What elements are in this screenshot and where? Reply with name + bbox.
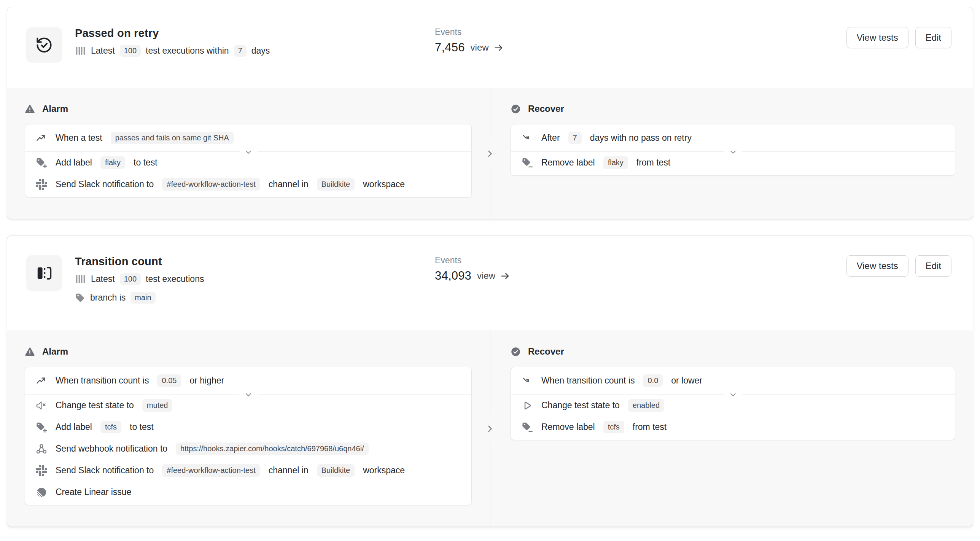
row-text: Send Slack notification to (56, 179, 154, 189)
view-tests-button[interactable]: View tests (846, 255, 908, 277)
row-text: When transition count is (56, 376, 149, 386)
recover-panel: Recover After 7 days with no pass on ret… (490, 88, 973, 219)
filter-badge-branch: main (130, 292, 155, 304)
recover-heading-label: Recover (528, 103, 564, 114)
workflow-title: Transition count (75, 255, 422, 268)
trend-down-icon (522, 132, 533, 144)
transition-icon (35, 264, 53, 282)
bars-icon (75, 274, 86, 285)
edit-button[interactable]: Edit (915, 27, 951, 48)
linear-icon (36, 487, 47, 498)
alarm-heading-label: Alarm (42, 103, 68, 114)
workflow-card-transition-count: Transition count Latest 100 test executi… (7, 235, 973, 527)
check-circle-icon (511, 347, 521, 357)
view-events-link[interactable]: view (477, 270, 510, 281)
card-body: Alarm When transition count is 0.05 or h… (7, 331, 973, 527)
row-text: Remove label (541, 158, 595, 168)
row-text: After (541, 133, 560, 143)
events-row: 7,456 view (435, 41, 504, 54)
row-text: or higher (189, 376, 224, 386)
workflow-icon-box (26, 27, 62, 63)
scope-badge-count: 100 (120, 45, 141, 57)
scope-text: test executions (146, 274, 204, 284)
alarm-action-box: When transition count is 0.05 or higher … (25, 367, 472, 505)
chevron-down-icon (724, 390, 742, 399)
chevron-right-icon (485, 148, 495, 159)
tag-plus-icon (36, 422, 47, 433)
row-divider (511, 394, 955, 395)
row-divider (25, 394, 471, 395)
recover-heading: Recover (511, 103, 955, 114)
row-badge: Buildkite (317, 178, 355, 191)
row-badge: muted (142, 399, 173, 412)
alarm-panel: Alarm When a test passes and fails on sa… (7, 88, 490, 219)
filter-text: branch is (90, 293, 126, 303)
card-header: Passed on retry Latest 100 test executio… (7, 7, 973, 88)
tag-icon (75, 293, 85, 303)
row-badge: 0.0 (643, 374, 663, 387)
card-header: Transition count Latest 100 test executi… (7, 235, 973, 331)
row-text: to test (134, 158, 158, 168)
recover-heading-label: Recover (528, 346, 564, 357)
row-badge: #feed-workflow-action-test (162, 464, 260, 477)
row-text: days with no pass on retry (590, 133, 692, 143)
view-tests-button[interactable]: View tests (846, 27, 908, 48)
webhook-icon (36, 443, 47, 455)
row-badge: passes and fails on same git SHA (111, 132, 234, 144)
alarm-heading-label: Alarm (42, 346, 68, 357)
row-text: workspace (363, 179, 405, 189)
action-row: Send webhook notification to https://hoo… (25, 438, 471, 460)
events-count: 7,456 (435, 41, 465, 54)
action-row: Send Slack notification to #feed-workflo… (25, 173, 471, 195)
workflow-title: Passed on retry (75, 27, 422, 40)
workflows-page: Passed on retry Latest 100 test executio… (0, 0, 980, 534)
arrow-right-icon (500, 271, 510, 281)
recover-panel: Recover When transition count is 0.0 or … (490, 331, 973, 527)
events-label: Events (435, 27, 504, 37)
row-badge: 0.05 (157, 374, 181, 387)
title-block: Passed on retry Latest 100 test executio… (75, 27, 422, 57)
workflow-icon-box (26, 255, 62, 291)
workflow-card-passed-on-retry: Passed on retry Latest 100 test executio… (7, 7, 973, 219)
view-events-link[interactable]: view (471, 42, 504, 53)
panel-divider (490, 88, 490, 139)
panel-divider (490, 168, 490, 219)
action-row: Remove label tcfs from test (511, 416, 955, 438)
trend-down-icon (522, 375, 533, 387)
scope-text: test executions within (146, 46, 229, 56)
events-label: Events (435, 255, 510, 266)
row-text: from test (636, 158, 670, 168)
row-text: When a test (56, 133, 102, 143)
row-text: Add label (56, 422, 92, 432)
chevron-down-icon (724, 148, 742, 156)
alarm-heading: Alarm (25, 346, 472, 357)
workflow-filter: branch is main (75, 292, 422, 304)
arrow-right-icon (493, 43, 504, 53)
chevron-right-icon (485, 423, 495, 434)
row-divider (25, 151, 471, 152)
row-badge: tcfs (603, 421, 624, 433)
scope-text: Latest (91, 274, 115, 284)
events-row: 34,093 view (435, 269, 510, 283)
trend-up-icon (36, 375, 47, 387)
title-block: Transition count Latest 100 test executi… (75, 255, 422, 304)
trend-up-icon (36, 132, 47, 144)
header-buttons: View tests Edit (846, 255, 951, 277)
action-row: Send Slack notification to #feed-workflo… (25, 460, 471, 481)
tag-plus-icon (36, 157, 47, 169)
row-text: Remove label (541, 422, 595, 432)
row-text: When transition count is (541, 376, 635, 386)
row-text: from test (633, 422, 667, 432)
edit-button[interactable]: Edit (915, 255, 951, 277)
alarm-action-box: When a test passes and fails on same git… (25, 124, 472, 197)
mute-speaker-icon (36, 400, 47, 411)
scope-badge-count: 100 (120, 273, 141, 285)
row-text: channel in (269, 179, 309, 189)
view-events-label: view (477, 270, 495, 281)
row-text: Send Slack notification to (56, 465, 154, 476)
action-row: Create Linear issue (25, 481, 471, 503)
row-badge: https://hooks.zapier.com/hooks/catch/697… (176, 442, 369, 455)
recover-heading: Recover (511, 346, 955, 357)
alarm-panel: Alarm When transition count is 0.05 or h… (7, 331, 490, 527)
check-circle-icon (511, 104, 521, 114)
